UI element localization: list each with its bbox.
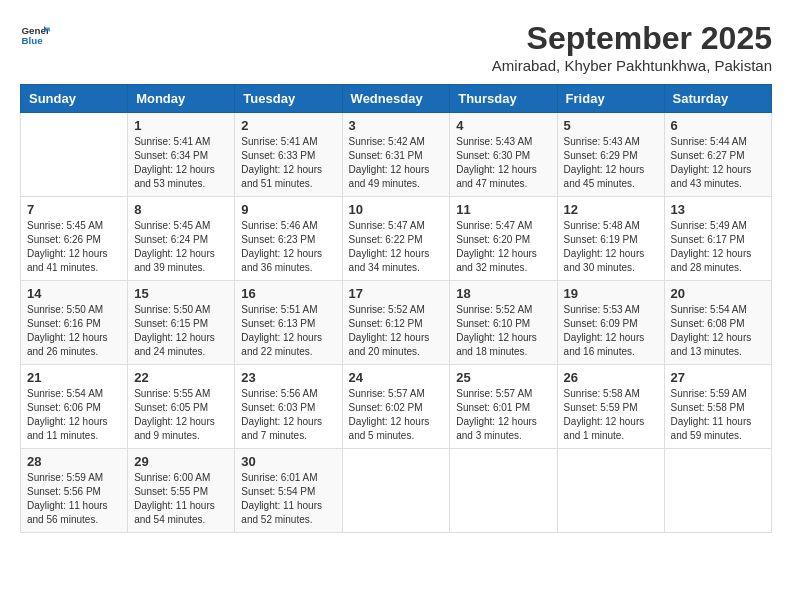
day-number: 12 (564, 202, 658, 217)
calendar-cell: 1 Sunrise: 5:41 AMSunset: 6:34 PMDayligh… (128, 113, 235, 197)
cell-info: Sunrise: 5:46 AMSunset: 6:23 PMDaylight:… (241, 219, 335, 275)
cell-info: Sunrise: 6:00 AMSunset: 5:55 PMDaylight:… (134, 471, 228, 527)
calendar-cell: 24 Sunrise: 5:57 AMSunset: 6:02 PMDaylig… (342, 365, 450, 449)
day-number: 21 (27, 370, 121, 385)
cell-info: Sunrise: 5:56 AMSunset: 6:03 PMDaylight:… (241, 387, 335, 443)
calendar-cell: 7 Sunrise: 5:45 AMSunset: 6:26 PMDayligh… (21, 197, 128, 281)
day-number: 1 (134, 118, 228, 133)
cell-info: Sunrise: 5:51 AMSunset: 6:13 PMDaylight:… (241, 303, 335, 359)
calendar-cell: 22 Sunrise: 5:55 AMSunset: 6:05 PMDaylig… (128, 365, 235, 449)
cell-info: Sunrise: 5:52 AMSunset: 6:10 PMDaylight:… (456, 303, 550, 359)
calendar-cell: 15 Sunrise: 5:50 AMSunset: 6:15 PMDaylig… (128, 281, 235, 365)
day-number: 16 (241, 286, 335, 301)
day-number: 2 (241, 118, 335, 133)
day-number: 28 (27, 454, 121, 469)
cell-info: Sunrise: 5:49 AMSunset: 6:17 PMDaylight:… (671, 219, 765, 275)
calendar-cell: 16 Sunrise: 5:51 AMSunset: 6:13 PMDaylig… (235, 281, 342, 365)
calendar-cell (664, 449, 771, 533)
cell-info: Sunrise: 5:44 AMSunset: 6:27 PMDaylight:… (671, 135, 765, 191)
calendar-cell: 6 Sunrise: 5:44 AMSunset: 6:27 PMDayligh… (664, 113, 771, 197)
header-tuesday: Tuesday (235, 85, 342, 113)
calendar-cell: 12 Sunrise: 5:48 AMSunset: 6:19 PMDaylig… (557, 197, 664, 281)
cell-info: Sunrise: 5:57 AMSunset: 6:02 PMDaylight:… (349, 387, 444, 443)
calendar-cell: 21 Sunrise: 5:54 AMSunset: 6:06 PMDaylig… (21, 365, 128, 449)
header-wednesday: Wednesday (342, 85, 450, 113)
title-block: September 2025 Amirabad, Khyber Pakhtunk… (492, 20, 772, 74)
calendar-cell (557, 449, 664, 533)
header-friday: Friday (557, 85, 664, 113)
location-title: Amirabad, Khyber Pakhtunkhwa, Pakistan (492, 57, 772, 74)
day-number: 5 (564, 118, 658, 133)
cell-info: Sunrise: 5:50 AMSunset: 6:16 PMDaylight:… (27, 303, 121, 359)
calendar-cell: 25 Sunrise: 5:57 AMSunset: 6:01 PMDaylig… (450, 365, 557, 449)
cell-info: Sunrise: 5:54 AMSunset: 6:08 PMDaylight:… (671, 303, 765, 359)
calendar-cell: 29 Sunrise: 6:00 AMSunset: 5:55 PMDaylig… (128, 449, 235, 533)
cell-info: Sunrise: 5:59 AMSunset: 5:56 PMDaylight:… (27, 471, 121, 527)
cell-info: Sunrise: 6:01 AMSunset: 5:54 PMDaylight:… (241, 471, 335, 527)
calendar-cell: 17 Sunrise: 5:52 AMSunset: 6:12 PMDaylig… (342, 281, 450, 365)
day-number: 13 (671, 202, 765, 217)
calendar-cell: 10 Sunrise: 5:47 AMSunset: 6:22 PMDaylig… (342, 197, 450, 281)
calendar-table: SundayMondayTuesdayWednesdayThursdayFrid… (20, 84, 772, 533)
calendar-cell: 18 Sunrise: 5:52 AMSunset: 6:10 PMDaylig… (450, 281, 557, 365)
calendar-cell: 5 Sunrise: 5:43 AMSunset: 6:29 PMDayligh… (557, 113, 664, 197)
logo: General Blue (20, 20, 50, 50)
day-number: 18 (456, 286, 550, 301)
calendar-cell: 4 Sunrise: 5:43 AMSunset: 6:30 PMDayligh… (450, 113, 557, 197)
cell-info: Sunrise: 5:43 AMSunset: 6:29 PMDaylight:… (564, 135, 658, 191)
cell-info: Sunrise: 5:54 AMSunset: 6:06 PMDaylight:… (27, 387, 121, 443)
cell-info: Sunrise: 5:47 AMSunset: 6:20 PMDaylight:… (456, 219, 550, 275)
cell-info: Sunrise: 5:47 AMSunset: 6:22 PMDaylight:… (349, 219, 444, 275)
cell-info: Sunrise: 5:48 AMSunset: 6:19 PMDaylight:… (564, 219, 658, 275)
calendar-cell: 20 Sunrise: 5:54 AMSunset: 6:08 PMDaylig… (664, 281, 771, 365)
day-number: 17 (349, 286, 444, 301)
calendar-week-row: 7 Sunrise: 5:45 AMSunset: 6:26 PMDayligh… (21, 197, 772, 281)
calendar-week-row: 21 Sunrise: 5:54 AMSunset: 6:06 PMDaylig… (21, 365, 772, 449)
day-number: 8 (134, 202, 228, 217)
calendar-cell: 9 Sunrise: 5:46 AMSunset: 6:23 PMDayligh… (235, 197, 342, 281)
calendar-cell: 3 Sunrise: 5:42 AMSunset: 6:31 PMDayligh… (342, 113, 450, 197)
day-number: 3 (349, 118, 444, 133)
day-number: 7 (27, 202, 121, 217)
cell-info: Sunrise: 5:59 AMSunset: 5:58 PMDaylight:… (671, 387, 765, 443)
cell-info: Sunrise: 5:43 AMSunset: 6:30 PMDaylight:… (456, 135, 550, 191)
calendar-cell: 23 Sunrise: 5:56 AMSunset: 6:03 PMDaylig… (235, 365, 342, 449)
cell-info: Sunrise: 5:45 AMSunset: 6:26 PMDaylight:… (27, 219, 121, 275)
day-number: 27 (671, 370, 765, 385)
day-number: 30 (241, 454, 335, 469)
day-number: 10 (349, 202, 444, 217)
calendar-cell (450, 449, 557, 533)
day-number: 15 (134, 286, 228, 301)
day-number: 9 (241, 202, 335, 217)
calendar-cell: 2 Sunrise: 5:41 AMSunset: 6:33 PMDayligh… (235, 113, 342, 197)
header-monday: Monday (128, 85, 235, 113)
cell-info: Sunrise: 5:57 AMSunset: 6:01 PMDaylight:… (456, 387, 550, 443)
month-title: September 2025 (492, 20, 772, 57)
calendar-cell (21, 113, 128, 197)
calendar-cell: 30 Sunrise: 6:01 AMSunset: 5:54 PMDaylig… (235, 449, 342, 533)
cell-info: Sunrise: 5:53 AMSunset: 6:09 PMDaylight:… (564, 303, 658, 359)
calendar-cell: 19 Sunrise: 5:53 AMSunset: 6:09 PMDaylig… (557, 281, 664, 365)
calendar-cell (342, 449, 450, 533)
cell-info: Sunrise: 5:45 AMSunset: 6:24 PMDaylight:… (134, 219, 228, 275)
day-number: 20 (671, 286, 765, 301)
cell-info: Sunrise: 5:41 AMSunset: 6:34 PMDaylight:… (134, 135, 228, 191)
day-number: 22 (134, 370, 228, 385)
calendar-cell: 26 Sunrise: 5:58 AMSunset: 5:59 PMDaylig… (557, 365, 664, 449)
cell-info: Sunrise: 5:41 AMSunset: 6:33 PMDaylight:… (241, 135, 335, 191)
cell-info: Sunrise: 5:50 AMSunset: 6:15 PMDaylight:… (134, 303, 228, 359)
logo-icon: General Blue (20, 20, 50, 50)
day-number: 4 (456, 118, 550, 133)
day-number: 11 (456, 202, 550, 217)
calendar-cell: 13 Sunrise: 5:49 AMSunset: 6:17 PMDaylig… (664, 197, 771, 281)
cell-info: Sunrise: 5:58 AMSunset: 5:59 PMDaylight:… (564, 387, 658, 443)
header-thursday: Thursday (450, 85, 557, 113)
calendar-cell: 28 Sunrise: 5:59 AMSunset: 5:56 PMDaylig… (21, 449, 128, 533)
day-number: 26 (564, 370, 658, 385)
day-number: 23 (241, 370, 335, 385)
day-number: 25 (456, 370, 550, 385)
page-header: General Blue September 2025 Amirabad, Kh… (20, 20, 772, 74)
calendar-week-row: 14 Sunrise: 5:50 AMSunset: 6:16 PMDaylig… (21, 281, 772, 365)
cell-info: Sunrise: 5:55 AMSunset: 6:05 PMDaylight:… (134, 387, 228, 443)
day-number: 14 (27, 286, 121, 301)
